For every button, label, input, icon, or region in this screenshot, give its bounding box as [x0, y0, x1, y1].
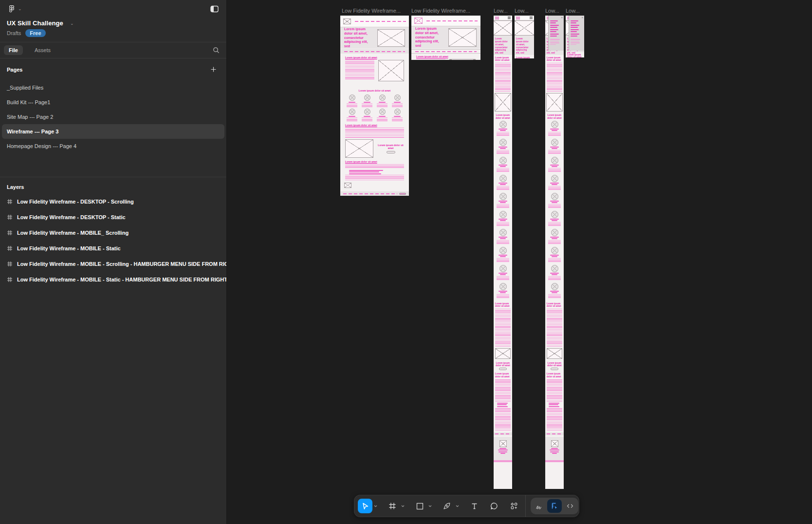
frame-label[interactable]: Low...: [545, 8, 559, 14]
paragraph-placeholder: [547, 309, 562, 347]
layers-header: Layers: [7, 184, 24, 190]
logo-placeholder: [343, 19, 351, 24]
feature-item: [496, 229, 510, 244]
layer-item[interactable]: Low Fidelity Wireframe - MOBILE - Scroll…: [0, 256, 226, 272]
pages-header: Pages: [7, 67, 22, 73]
frame-label[interactable]: Low Fidelity Wireframe...: [342, 8, 401, 14]
frame-label[interactable]: Low...: [494, 8, 508, 14]
sidebar-toggle-button[interactable]: [209, 4, 220, 14]
tab-file[interactable]: File: [4, 45, 23, 55]
file-location[interactable]: Drafts: [7, 30, 21, 36]
draw-mode-button[interactable]: [532, 499, 546, 513]
frame-icon: [7, 261, 13, 267]
hero-image-placeholder: [448, 28, 477, 47]
section-heading: Lorem ipsum dolor sit amet: [545, 371, 564, 378]
image-placeholder: [546, 93, 563, 112]
figma-logo-menu[interactable]: ⌄: [7, 4, 23, 14]
circle-placeholder: [499, 193, 507, 200]
paragraph-placeholder: [345, 175, 404, 181]
feature-item: [496, 265, 510, 281]
frame-desktop-scrolling[interactable]: Lorem ipsum dolor sit amet, consectetur …: [340, 16, 409, 196]
paragraph-placeholder: [495, 408, 511, 430]
mode-switcher: [531, 498, 578, 514]
add-page-button[interactable]: [209, 65, 218, 74]
footer-image-placeholder: [499, 440, 507, 447]
comment-tool-button[interactable]: [487, 499, 501, 513]
circle-placeholder: [551, 121, 558, 128]
frame-label[interactable]: Low...: [515, 8, 529, 14]
design-mode-button[interactable]: [547, 499, 562, 513]
file-title-chevron[interactable]: ⌄: [70, 21, 74, 26]
page-item[interactable]: Site Map --- Page 2: [2, 110, 224, 124]
circle-placeholder: [551, 265, 558, 272]
wireframe-header: [340, 16, 409, 27]
page-item[interactable]: Build Kit --- Page1: [2, 95, 224, 110]
wireframe-mobile-header: [494, 16, 512, 20]
section-heading: Lorem ipsum dolor sit amet: [416, 55, 476, 58]
layer-item[interactable]: Low Fidelity Wireframe - MOBILE - Static: [0, 241, 226, 256]
cta-heading: Lorem ipsum dolor sit amet: [377, 144, 404, 150]
feature-item: [496, 283, 510, 299]
layer-item[interactable]: Low Fidelity Wireframe - DESKTOP - Scrol…: [0, 194, 226, 209]
layer-item[interactable]: Low Fidelity Wireframe - MOBILE_ Scrolli…: [0, 225, 226, 241]
page-item[interactable]: Homepage Design --- Page 4: [2, 139, 224, 153]
frame-mobile-scrolling-hamburger[interactable]: Lorem ipsum dolor sit amet, consectetur …: [545, 16, 564, 489]
cta-heading: Lorem ipsum dolor sit amet: [545, 360, 564, 367]
text-tool-button[interactable]: [467, 499, 481, 513]
frame-label[interactable]: Low...: [566, 8, 580, 14]
footer-pink-bar: [494, 460, 512, 462]
dev-mode-button[interactable]: [563, 499, 577, 513]
pen-tool-button[interactable]: [440, 499, 454, 513]
frame-mobile-static[interactable]: Lorem ipsum dolor sit amet, consectetur …: [515, 16, 534, 58]
close-icon: ×: [581, 16, 583, 19]
hero-section: Lorem ipsum dolor sit amet, consectetur …: [411, 26, 480, 49]
feature-item: [547, 211, 562, 226]
page-item[interactable]: _Supplied Files: [2, 80, 224, 95]
section-heading: Lorem ipsum dolor sit amet: [494, 55, 512, 62]
frame-mobile-scrolling[interactable]: Lorem ipsum dolor sit amet, consectetur …: [494, 16, 512, 489]
canvas[interactable]: Low Fidelity Wireframe... Low Fidelity W…: [227, 0, 812, 524]
move-tool-dropdown[interactable]: [372, 499, 378, 513]
paragraph-placeholder: [547, 63, 562, 92]
pen-tool-dropdown[interactable]: [454, 499, 460, 513]
image-placeholder: [495, 93, 511, 112]
layer-item[interactable]: Low Fidelity Wireframe - DESKTOP - Stati…: [0, 209, 226, 225]
hamburger-icon: [530, 17, 533, 19]
pages-list: _Supplied Files Build Kit --- Page1 Site…: [0, 77, 226, 160]
frame-tool-button[interactable]: [385, 499, 400, 513]
frame-tool-dropdown[interactable]: [400, 499, 406, 513]
subnav-bar: [411, 49, 480, 54]
feature-item: [361, 94, 373, 107]
design-mode-icon: [551, 502, 558, 510]
hero-text: Lorem ipsum dolor sit amet, consectetur …: [415, 27, 445, 48]
paragraph-placeholder: [495, 309, 511, 347]
paragraph-placeholder: [345, 164, 404, 169]
actions-button[interactable]: [507, 499, 521, 513]
panel-left-icon: [210, 5, 219, 13]
shape-tool-button[interactable]: [412, 499, 427, 513]
logo-placeholder: [414, 18, 423, 24]
page-item-selected[interactable]: Wireframe --- Page 3: [2, 124, 224, 139]
shape-tool-dropdown[interactable]: [427, 499, 433, 513]
frame-label[interactable]: Low Fidelity Wireframe...: [411, 8, 470, 14]
layer-item[interactable]: Low Fidelity Wireframe - MOBILE - Static…: [0, 272, 226, 287]
footer-block: [494, 437, 512, 462]
text-icon: [471, 503, 478, 510]
frame-desktop-static[interactable]: Lorem ipsum dolor sit amet, consectetur …: [411, 16, 480, 60]
hero-text: Lorem ipsum dolor sit amet, consectetur …: [344, 27, 374, 49]
search-button[interactable]: [212, 46, 221, 55]
circle-placeholder: [551, 139, 558, 146]
tab-assets[interactable]: Assets: [30, 45, 55, 55]
footer-image-placeholder: [551, 440, 558, 447]
feature-item: [346, 94, 358, 107]
feature-grid: [340, 94, 409, 121]
button-placeholder: [499, 368, 507, 370]
figma-window: ⌄ UX Skill Challenge ⌄ Drafts Free File …: [0, 0, 812, 524]
rectangle-icon: [416, 503, 424, 510]
frame-mobile-static-hamburger[interactable]: Lorem ipsum dolor sit amet, consectetur …: [566, 16, 584, 57]
move-tool-button[interactable]: [358, 499, 372, 513]
cursor-icon: [361, 502, 369, 510]
file-title: UX Skill Challenge: [7, 19, 63, 27]
intro-block: Lorem ipsum dolor sit amet, consectetur …: [515, 36, 534, 55]
hamburger-icon: [508, 17, 511, 19]
